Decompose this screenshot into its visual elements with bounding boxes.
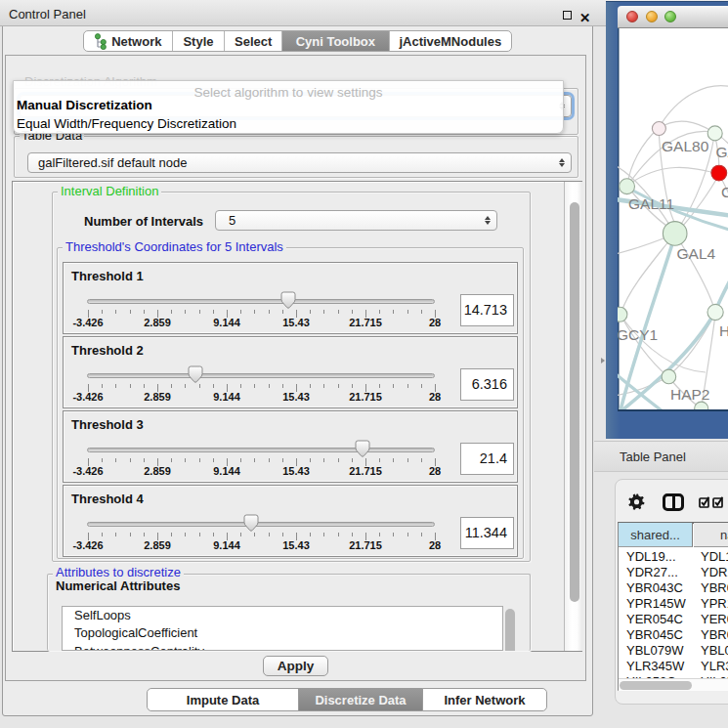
svg-text:GCY1: GCY1 bbox=[618, 326, 658, 343]
svg-text:GAL11: GAL11 bbox=[628, 195, 674, 212]
svg-text:GAL4: GAL4 bbox=[677, 245, 716, 262]
svg-text:GAL80: GAL80 bbox=[662, 138, 709, 154]
svg-text:GA: GA bbox=[716, 144, 728, 160]
svg-text:HAP2: HAP2 bbox=[670, 386, 710, 403]
svg-text:H: H bbox=[719, 322, 728, 339]
svg-text:C: C bbox=[721, 184, 728, 200]
